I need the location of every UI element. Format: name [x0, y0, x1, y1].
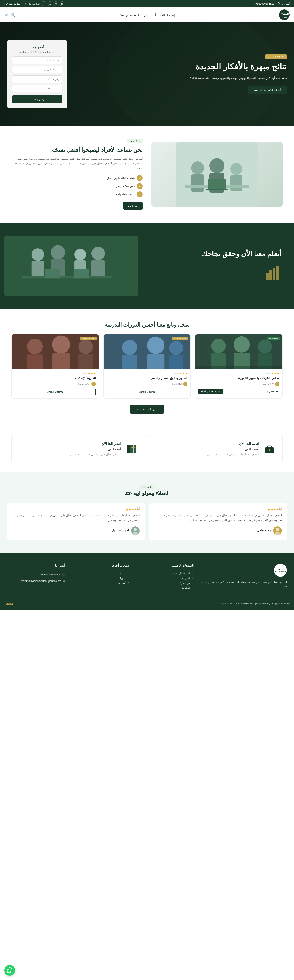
feature-icon-1: ✓	[137, 175, 143, 181]
footer-logo: 2020+ TRAINING CENTER	[200, 564, 287, 577]
star-1: ★	[277, 372, 279, 375]
about-section: تعرف علينا نحن نساعد الأفراد ليصبحوا أفض…	[7, 126, 287, 223]
author-avatar-3	[92, 382, 96, 386]
svg-point-22	[74, 249, 86, 260]
footer-email-address: training@aalshmaillan-groups.com	[21, 579, 61, 584]
svg-rect-28	[74, 269, 89, 279]
course-title-3: الشريعة الإسلامية	[15, 376, 96, 380]
footer-contact-details: 📞 966053654584+ ✉ training@aalshmaillan-…	[7, 572, 65, 584]
courses-more-button[interactable]: الدورات التدريبية	[130, 405, 164, 414]
footer: 2020+ TRAINING CENTER أبعد هوز حطل كلمن …	[0, 553, 294, 610]
join-card-2-text: انضم الينا الأن أضف النص أبعد هوز حطل كل…	[69, 442, 121, 457]
linkedin-icon[interactable]: in	[60, 1, 64, 6]
testimonial-author-2: أحمد أسماعيل	[12, 526, 140, 535]
star-5: ★	[266, 372, 268, 375]
svg-rect-27	[44, 269, 60, 279]
hero-text: معنا هتحصل على نتائج مبهرة بالأفكار الجد…	[133, 54, 287, 94]
course-card-2: Intermediate ★ ★ ★ ★ ★ القانون وحقوق الإ…	[103, 334, 191, 399]
search-icon[interactable]: 🔍	[11, 13, 16, 17]
svg-rect-5	[191, 174, 204, 192]
hero-form: أحجز معنا نحن هنا لمساعدتك 24/7 راسلنا ا…	[7, 40, 67, 108]
top-bar-right: أتصل بنا الأن 966056154820+	[256, 2, 290, 5]
enroll-button-3[interactable]: Enroll Course	[15, 389, 96, 395]
enroll-button-2[interactable]: Enroll Course	[106, 389, 188, 395]
hero-name-input[interactable]	[12, 56, 62, 64]
author-name-3: shatabys274	[77, 383, 90, 385]
hero-message-input[interactable]	[12, 85, 62, 92]
copyright-text: Copyright ©2023 Alshmaillan Groups by Sh…	[219, 602, 290, 605]
about-more-button[interactable]: من نحن	[123, 202, 143, 210]
svg-rect-26	[22, 276, 112, 278]
testimonials-badge: الشهادات	[7, 485, 287, 488]
book-icon	[125, 443, 138, 456]
testimonial-avatar-2	[131, 526, 140, 535]
footer-col-other-title: صفحات أخرى	[112, 564, 130, 569]
svg-rect-54	[269, 449, 270, 451]
svg-point-45	[27, 339, 43, 354]
svg-point-24	[92, 247, 105, 260]
svg-point-18	[32, 248, 44, 261]
svg-rect-14	[269, 270, 272, 280]
svg-point-49	[78, 340, 93, 354]
nav-home[interactable]: الصفحة الرئيسية	[120, 13, 139, 17]
nav-about[interactable]: نحن	[144, 13, 148, 17]
hero-section: معنا هتحصل على نتائج مبهرة بالأفكار الجد…	[0, 22, 294, 126]
testimonial-avatar-1	[273, 526, 282, 535]
facebook-icon[interactable]: f	[41, 1, 46, 6]
nav-order[interactable]: إتمام الطلب	[160, 13, 175, 17]
footer-other-link-1[interactable]: الصفحة الرئيسية	[71, 572, 130, 575]
cart-icon[interactable]: 🛒	[4, 13, 9, 17]
svg-rect-25	[92, 260, 105, 277]
course-image-3: Intermediate	[12, 334, 99, 369]
course-card-3: Intermediate ★ ★ ★ ★ ★ الشريعة الإسلامية…	[11, 334, 99, 399]
course-author-1: shatabys274	[198, 382, 279, 386]
svg-rect-13	[266, 273, 269, 280]
author-avatar-2	[183, 382, 188, 386]
join-section: انضم الينا الأن أنضف النص أبعد هوز حطل ك…	[7, 426, 287, 472]
feature-icon-2: ✓	[137, 183, 143, 189]
feature-label-3: متابعة لحظة بلحظة	[114, 193, 134, 196]
hero-subtitle: منفذ تعلم أون لاين بمنتهى السهولة وتوفر …	[133, 76, 287, 80]
about-features: ✓ مكان لأكمال طريق النجاح ✓ دعم 24/7 متو…	[11, 175, 143, 197]
hero-phone-input[interactable]	[12, 75, 62, 83]
twitter-icon[interactable]: 𝕏	[47, 1, 52, 6]
footer-other-link-3[interactable]: أتصل بنا	[71, 581, 130, 584]
star-1: ★	[185, 372, 188, 375]
join-card-1-title: انضم الينا الأن	[207, 442, 259, 446]
cta-left: أتعلم معنا الأن وحقق نجاحك	[138, 249, 290, 282]
svg-rect-46	[27, 354, 43, 369]
mustaqel-badge: مستقل	[4, 602, 13, 605]
footer-email[interactable]: ✉ training@aalshmaillan-groups.com	[7, 579, 65, 584]
join-card-1-desc: أبعد هوز حطل كلمن سفعقى فرنتست تخذ صطف	[207, 453, 259, 457]
footer-link-home[interactable]: الصفحة الرئيسية	[136, 572, 194, 575]
course-title-2: القانون وحقوق الإنسان والجندر	[106, 376, 188, 380]
footer-phone[interactable]: 📞 966053654584+	[7, 572, 65, 577]
svg-point-61	[276, 528, 279, 531]
footer-bottom: Copyright ©2023 Alshmaillan Groups by Sh…	[4, 598, 290, 605]
briefcase-icon	[263, 443, 276, 456]
footer-link-contact[interactable]: أتصل بنا	[136, 586, 194, 589]
hero-email-input[interactable]	[12, 66, 62, 73]
footer-link-courses[interactable]: الدورات	[136, 577, 194, 580]
footer-link-center[interactable]: عن المركز	[136, 581, 194, 584]
svg-rect-39	[122, 355, 137, 369]
course-body-1: ★ ★ ★ ★ ★ محامي الشركات والشؤون القانوني…	[195, 369, 282, 397]
star-3: ★	[88, 372, 90, 375]
instagram-icon[interactable]: 📷	[54, 1, 58, 6]
about-badge: تعرف علينا	[127, 139, 143, 143]
testimonials-title: العملاء بيقولو ابية عتنا	[7, 490, 287, 496]
phone-number[interactable]: 966056154820+	[256, 2, 274, 5]
footer-other-link-2[interactable]: الدورات	[71, 577, 130, 580]
svg-rect-36	[195, 366, 282, 369]
nav-us[interactable]: أبنا	[153, 13, 156, 17]
hero-cta-button[interactable]: أعرف الدورات التدريبية	[248, 86, 287, 94]
star-3: ★	[180, 372, 182, 375]
testimonial-name-2: أحمد أسماعيل	[112, 529, 129, 532]
join-card-1-text: انضم الينا الأن أنضف النص أبعد هوز حطل ك…	[207, 442, 259, 457]
cta-section: أتعلم معنا الأن وحقق نجاحك	[0, 223, 294, 309]
hero-submit-button[interactable]: أرسل رسالتك	[12, 95, 62, 103]
add-to-cart-button-1[interactable]: 🛒 إضافة إلى السلة	[198, 389, 223, 394]
courses-title: سجل وتابع معنا أحسن الدورات التدريبية	[11, 322, 283, 328]
svg-point-20	[51, 245, 65, 259]
home-greeting: أهلاً بك معنا في	[4, 2, 21, 5]
